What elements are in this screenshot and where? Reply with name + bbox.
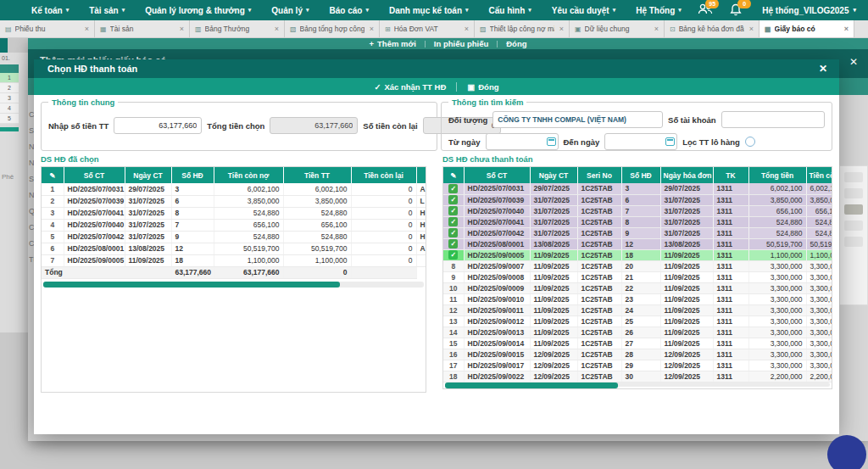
tab-8[interactable]: ▩Giấy báo có× bbox=[760, 20, 854, 37]
table-row[interactable]: ✓HD/2025/08/000113/08/20251C25TAB1213/08… bbox=[443, 238, 832, 249]
menu-item-8[interactable]: Hệ Thống▾ bbox=[626, 0, 691, 20]
close-icon[interactable]: × bbox=[843, 25, 849, 33]
tab-5[interactable]: ▨Thiết lập công nợ mặc định× bbox=[475, 20, 570, 37]
table-row[interactable]: 17HD/2025/09/001712/09/20251C25TAB2912/0… bbox=[443, 360, 832, 371]
row-select-cell[interactable]: ✓ bbox=[443, 249, 464, 260]
filter-shipment-checkbox[interactable] bbox=[745, 137, 755, 147]
account-input[interactable] bbox=[721, 111, 825, 128]
row-select-cell[interactable]: 17 bbox=[443, 360, 464, 371]
table-row[interactable]: 18HD/2025/09/002212/09/20251C25TAB3012/0… bbox=[443, 371, 832, 382]
row-select-cell[interactable]: 11 bbox=[443, 293, 464, 304]
table-row[interactable]: 12HD/2025/09/001111/09/20251C25TAB2411/0… bbox=[443, 304, 832, 315]
table-row[interactable]: ✓HD/2025/07/003129/07/20251C25TAB329/07/… bbox=[443, 183, 832, 194]
cell: 524,880 bbox=[806, 227, 832, 238]
table-row[interactable]: 16HD/2025/09/001512/09/20251C25TAB2812/0… bbox=[443, 349, 832, 360]
row-select-cell[interactable]: 18 bbox=[443, 371, 464, 382]
confirm-payment-button[interactable]: ✓ Xác nhận TT HĐ bbox=[374, 82, 446, 92]
cell: 1,100,000 bbox=[214, 254, 283, 266]
row-select-cell[interactable]: ✓ bbox=[443, 205, 464, 216]
table-row[interactable]: 1HD/2025/07/003129/07/202536,002,1006,00… bbox=[42, 183, 426, 195]
calendar-icon[interactable] bbox=[547, 137, 556, 146]
menu-item-7[interactable]: Yêu cầu duyệt▾ bbox=[542, 0, 625, 20]
tab-6[interactable]: ▣Dữ liệu chung× bbox=[570, 20, 665, 37]
table-row[interactable]: 15HD/2025/09/001411/09/20251C25TAB2711/0… bbox=[443, 338, 832, 349]
table-row[interactable]: 13HD/2025/09/001211/09/20251C25TAB2511/0… bbox=[443, 315, 832, 327]
close-icon[interactable]: × bbox=[178, 25, 184, 33]
checkbox-checked-icon[interactable]: ✓ bbox=[448, 217, 458, 226]
table-row[interactable]: 14HD/2025/09/001311/09/20251C25TAB2611/0… bbox=[443, 327, 832, 338]
close-icon[interactable]: × bbox=[748, 25, 754, 33]
scrollbar-thumb[interactable] bbox=[43, 282, 340, 288]
row-select-cell[interactable]: 10 bbox=[443, 282, 464, 293]
checkbox-checked-icon[interactable]: ✓ bbox=[448, 184, 458, 193]
row-select-cell[interactable]: 15 bbox=[443, 338, 464, 349]
table-row[interactable]: ✓HD/2025/09/000511/09/20251C25TAB1811/09… bbox=[443, 249, 832, 260]
close-icon[interactable]: ✕ bbox=[819, 63, 827, 75]
menu-item-3[interactable]: Quản lý▾ bbox=[262, 0, 318, 20]
table-row[interactable]: 8HD/2025/09/000711/09/20251C25TAB2011/09… bbox=[443, 260, 832, 271]
checkbox-checked-icon[interactable]: ✓ bbox=[448, 228, 458, 237]
close-icon[interactable]: × bbox=[368, 25, 374, 33]
checkbox-checked-icon[interactable]: ✓ bbox=[448, 206, 458, 215]
users-icon[interactable]: 95 bbox=[698, 3, 713, 17]
row-select-cell[interactable]: ✓ bbox=[443, 216, 464, 227]
menu-item-1[interactable]: Tài sản▾ bbox=[80, 0, 134, 20]
table-row[interactable]: 6HD/2025/08/000113/08/20251250,519,70050… bbox=[42, 243, 426, 254]
table-row[interactable]: ✓HD/2025/07/004231/07/20251C25TAB931/07/… bbox=[443, 227, 832, 238]
close-icon[interactable]: ✕ bbox=[849, 56, 858, 68]
close-modal-button[interactable]: ▣ Đóng bbox=[467, 82, 498, 92]
tab-0[interactable]: ▤Phiếu thu× bbox=[0, 20, 95, 37]
table-row[interactable]: 5HD/2025/07/004231/07/20259524,880524,88… bbox=[42, 231, 426, 243]
cell: 1C25TAB bbox=[577, 227, 621, 238]
row-select-cell[interactable]: ✓ bbox=[443, 194, 464, 205]
tab-2[interactable]: ▥Bảng Thưởng× bbox=[190, 20, 285, 37]
close-icon[interactable]: × bbox=[558, 25, 564, 33]
object-input[interactable] bbox=[492, 111, 663, 128]
payment-amount-input[interactable] bbox=[114, 117, 202, 134]
row-select-cell[interactable]: 13 bbox=[443, 315, 464, 327]
print-button[interactable]: In phiếu phiếu bbox=[434, 39, 488, 48]
tab-4[interactable]: ⊞Hóa Đơn VAT× bbox=[380, 20, 475, 37]
checkbox-checked-icon[interactable]: ✓ bbox=[448, 239, 458, 248]
menu-item-4[interactable]: Báo cáo▾ bbox=[320, 0, 377, 20]
row-select-cell[interactable]: 12 bbox=[443, 304, 464, 315]
general-info-fieldset: Thông tin chung Nhập số tiền TT Tổng tiề… bbox=[41, 102, 437, 151]
table-row[interactable]: 11HD/2025/09/001011/09/20251C25TAB2311/0… bbox=[443, 293, 832, 304]
table-row[interactable]: ✓HD/2025/07/003931/07/20251C25TAB631/07/… bbox=[443, 194, 832, 205]
row-select-cell[interactable]: 9 bbox=[443, 271, 464, 282]
row-select-cell[interactable]: ✓ bbox=[443, 183, 464, 194]
menu-item-6[interactable]: Cấu hình▾ bbox=[480, 0, 541, 20]
close-icon[interactable]: × bbox=[653, 25, 659, 33]
table-row[interactable]: 7HD/2025/09/000511/09/2025181,100,0001,1… bbox=[42, 254, 426, 266]
fab-button[interactable] bbox=[827, 435, 866, 469]
row-select-cell[interactable]: 14 bbox=[443, 327, 464, 338]
table-row[interactable]: 10HD/2025/09/000911/09/20251C25TAB2211/0… bbox=[443, 282, 832, 293]
row-select-cell[interactable]: 8 bbox=[443, 260, 464, 271]
close-icon[interactable]: × bbox=[83, 25, 89, 33]
table-row[interactable]: 2HD/2025/07/003931/07/202563,850,0003,85… bbox=[42, 195, 426, 207]
close-icon[interactable]: × bbox=[273, 25, 279, 33]
close-button[interactable]: Đóng bbox=[506, 39, 526, 48]
table-row[interactable]: ✓HD/2025/07/004031/07/20251C25TAB731/07/… bbox=[443, 205, 832, 216]
row-select-cell[interactable]: 16 bbox=[443, 349, 464, 360]
menu-item-5[interactable]: Danh mục kế toán▾ bbox=[380, 0, 478, 20]
table-row[interactable]: 4HD/2025/07/004031/07/20257656,100656,10… bbox=[42, 219, 426, 231]
checkbox-checked-icon[interactable]: ✓ bbox=[448, 195, 458, 204]
table-row[interactable]: 9HD/2025/09/000811/09/20251C25TAB2111/09… bbox=[443, 271, 832, 282]
add-new-button[interactable]: +Thêm mới bbox=[369, 39, 415, 48]
row-select-cell[interactable]: ✓ bbox=[443, 238, 464, 249]
menu-item-0[interactable]: Kế toán▾ bbox=[22, 0, 78, 20]
tab-7[interactable]: ⊡Bảng kê hóa đơn đầu ra× bbox=[665, 20, 760, 37]
menu-item-2[interactable]: Quản lý lương & thưởng▾ bbox=[136, 0, 260, 20]
checkbox-checked-icon[interactable]: ✓ bbox=[448, 250, 458, 260]
bell-icon[interactable]: 0 bbox=[730, 3, 745, 17]
tab-3[interactable]: ▧Bảng tổng hợp công nợ phải t× bbox=[285, 20, 380, 37]
scrollbar-thumb[interactable] bbox=[445, 382, 618, 388]
table-row[interactable]: 3HD/2025/07/004131/07/20258524,880524,88… bbox=[42, 207, 426, 219]
calendar-icon[interactable] bbox=[665, 137, 675, 146]
tab-1[interactable]: ▦Tài sản× bbox=[95, 20, 190, 37]
row-select-cell[interactable]: ✓ bbox=[443, 227, 464, 238]
user-menu[interactable]: Hệ thống_VILOG2025 ▾ bbox=[762, 6, 856, 15]
table-row[interactable]: ✓HD/2025/07/004131/07/20251C25TAB831/07/… bbox=[443, 216, 832, 227]
close-icon[interactable]: × bbox=[463, 25, 469, 33]
